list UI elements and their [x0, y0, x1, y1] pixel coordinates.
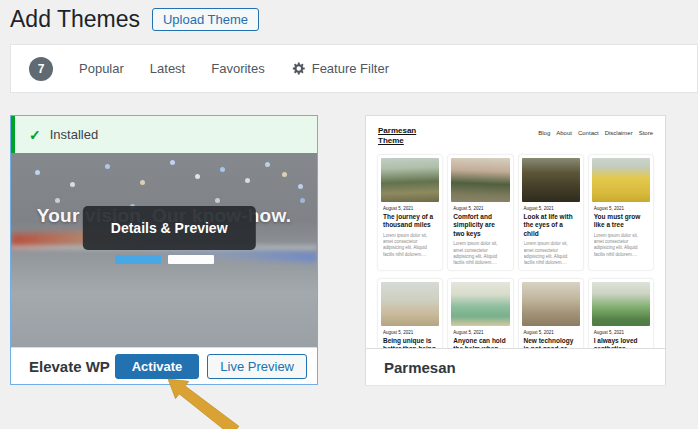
filter-link-favorites[interactable]: Favorites: [211, 61, 264, 76]
post-card: August 5, 2021 New technology is not goo…: [519, 279, 583, 349]
post-title: Comfort and simplicity are two keys: [453, 213, 507, 238]
nav-contact: Contact: [578, 130, 599, 136]
post-card: August 5, 2021 Look at life with the eye…: [519, 155, 583, 270]
nav-store: Store: [639, 130, 653, 136]
page-header: Add Themes Upload Theme: [10, 4, 259, 34]
post-thumbnail-painting: [381, 282, 439, 326]
filter-bar: 7 Popular Latest Favorites Feature Filte…: [10, 44, 698, 93]
nav-blog: Blog: [538, 130, 550, 136]
post-date: August 5, 2021: [453, 206, 507, 211]
theme-screenshot-elevate[interactable]: Your vision. Our know-how. Details & Pre…: [11, 153, 317, 347]
post-thumbnail-painting: [522, 282, 580, 326]
page-title: Add Themes: [10, 4, 140, 34]
live-preview-button[interactable]: Live Preview: [207, 354, 307, 379]
parmesan-site-header: Parmesan Theme Blog About Contact Discla…: [378, 126, 653, 146]
hero-cta-blue: [115, 255, 161, 264]
post-excerpt: Lorem ipsum dolor sit, amet consectetur …: [383, 233, 437, 258]
feature-filter-label: Feature Filter: [312, 61, 389, 76]
upload-theme-button[interactable]: Upload Theme: [152, 8, 259, 31]
theme-name-parmesan: Parmesan: [384, 359, 456, 376]
post-date: August 5, 2021: [594, 206, 648, 211]
installed-label: Installed: [50, 127, 98, 142]
feature-filter-toggle[interactable]: Feature Filter: [291, 61, 389, 76]
post-title: The journey of a thousand miles: [383, 213, 437, 230]
installed-notice: ✓ Installed: [11, 116, 317, 153]
theme-screenshot-parmesan[interactable]: Parmesan Theme Blog About Contact Discla…: [366, 116, 665, 348]
post-date: August 5, 2021: [524, 330, 578, 335]
city-lights-decor: [11, 153, 14, 156]
theme-name-elevate: Elevate WP: [29, 358, 110, 375]
post-date: August 5, 2021: [524, 206, 578, 211]
parmesan-posts-grid: August 5, 2021 The journey of a thousand…: [378, 155, 653, 348]
post-card: August 5, 2021 Being unique is better th…: [378, 279, 442, 349]
post-excerpt: Lorem ipsum dolor sit, amet consectetur …: [594, 233, 648, 258]
post-thumbnail-painting: [451, 158, 509, 202]
theme-hero-buttons: [11, 255, 317, 264]
post-date: August 5, 2021: [383, 206, 437, 211]
post-title: Being unique is better than being perfec…: [383, 337, 437, 349]
post-card: August 5, 2021 I always loved aesthetics…: [589, 279, 653, 349]
post-title: New technology is not good or evil in an…: [524, 337, 578, 349]
post-date: August 5, 2021: [453, 330, 507, 335]
add-themes-screen: Add Themes Upload Theme 7 Popular Latest…: [0, 0, 698, 429]
gear-icon: [291, 61, 306, 76]
parmesan-site-nav: Blog About Contact Disclaimer Store: [538, 130, 653, 136]
post-excerpt: Lorem ipsum dolor sit, amet consectetur …: [453, 241, 507, 266]
post-excerpt: Lorem ipsum dolor sit, amet consectetur …: [524, 241, 578, 266]
hero-cta-white: [168, 255, 214, 264]
theme-card-parmesan[interactable]: Parmesan Theme Blog About Contact Discla…: [365, 115, 666, 385]
post-title: I always loved aesthetics: [594, 337, 648, 349]
post-thumbnail-painting: [592, 158, 650, 202]
post-title: Anyone can hold the helm when the sea is…: [453, 337, 507, 349]
activate-button[interactable]: Activate: [115, 354, 200, 379]
details-preview-button[interactable]: Details & Preview: [83, 206, 256, 250]
elevate-actions: Activate Live Preview: [115, 354, 307, 379]
filter-link-latest[interactable]: Latest: [150, 61, 185, 76]
post-title: You must grow like a tree: [594, 213, 648, 230]
post-date: August 5, 2021: [383, 330, 437, 335]
post-card: August 5, 2021 Anyone can hold the helm …: [448, 279, 512, 349]
post-card: August 5, 2021 You must grow like a tree…: [589, 155, 653, 270]
nav-about: About: [556, 130, 572, 136]
post-card: August 5, 2021 The journey of a thousand…: [378, 155, 442, 270]
post-card: August 5, 2021 Comfort and simplicity ar…: [448, 155, 512, 270]
parmesan-site-title: Parmesan Theme: [378, 126, 430, 146]
parmesan-card-footer: Parmesan: [366, 348, 665, 385]
post-thumbnail-painting: [522, 158, 580, 202]
post-date: August 5, 2021: [594, 330, 648, 335]
post-thumbnail-painting: [451, 282, 509, 326]
elevate-card-footer: Elevate WP Activate Live Preview: [11, 347, 317, 384]
filter-link-popular[interactable]: Popular: [79, 61, 124, 76]
post-thumbnail-painting: [381, 158, 439, 202]
theme-card-elevate-wp[interactable]: ✓ Installed Your vision. Our know-how. D…: [10, 115, 318, 385]
post-title: Look at life with the eyes of a child: [524, 213, 578, 238]
theme-count-badge: 7: [29, 57, 53, 81]
check-icon: ✓: [29, 127, 41, 143]
post-thumbnail-painting: [592, 282, 650, 326]
nav-disclaimer: Disclaimer: [605, 130, 633, 136]
